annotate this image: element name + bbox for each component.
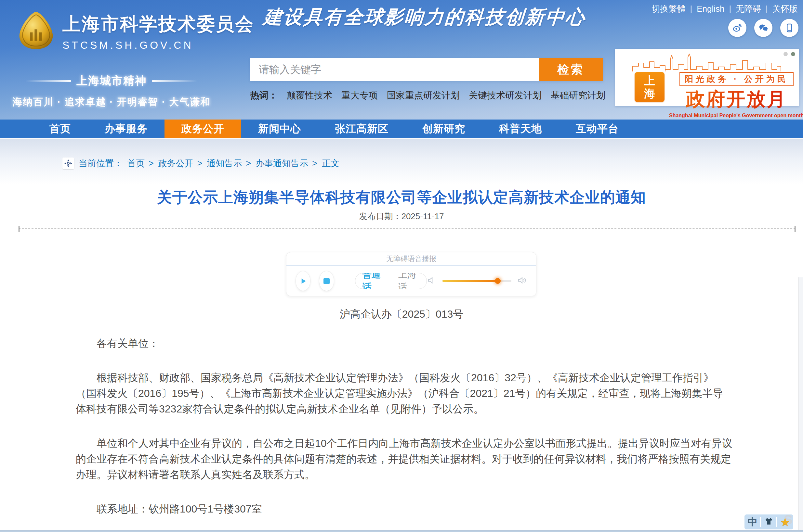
nav-item-science-popularization[interactable]: 科普天地 — [482, 119, 559, 138]
volume-control — [427, 276, 527, 286]
volume-slider[interactable] — [442, 280, 511, 282]
main-nav: 首页 办事服务 政务公开 新闻中心 张江高新区 创新研究 科普天地 互动平台 — [0, 119, 803, 138]
hot-words: 热词： 颠覆性技术 重大专项 国家重点研发计划 关键技术研发计划 基础研究计划 — [250, 89, 603, 102]
hot-word[interactable]: 重大专项 — [341, 89, 378, 102]
paragraph-basis: 根据科技部、财政部、国家税务总局《高新技术企业认定管理办法》（国科发火〔2016… — [76, 370, 733, 417]
nav-item-interactive[interactable]: 互动平台 — [559, 119, 636, 138]
breadcrumb-notices[interactable]: 通知告示 — [207, 157, 251, 169]
translate-button[interactable]: 中 — [745, 514, 761, 529]
volume-low-icon — [427, 276, 437, 286]
paragraph-objection: 单位和个人对其中企业有异议的，自公布之日起10个工作日内向上海市高新技术企业认定… — [76, 436, 733, 482]
lang-mandarin-button[interactable]: 普通话 — [355, 273, 391, 289]
site-name: 上海市科学技术委员会 — [62, 12, 254, 37]
audio-player: 无障碍语音播报 普通话 上海话 — [286, 252, 536, 296]
paragraph-greeting: 各有关单位： — [76, 336, 733, 351]
volume-slider-handle[interactable] — [495, 278, 501, 284]
article-body: 各有关单位： 根据科技部、财政部、国家税务总局《高新技术企业认定管理办法》（国科… — [76, 336, 733, 517]
dashed-divider — [19, 228, 796, 229]
publish-date: 发布日期：2025-11-17 — [0, 211, 803, 222]
nav-item-home[interactable]: 首页 — [33, 119, 88, 138]
breadcrumb-home[interactable]: 首页 — [127, 157, 154, 169]
breadcrumb-label: 当前位置： — [79, 157, 123, 169]
nav-item-services[interactable]: 办事服务 — [88, 119, 164, 138]
breadcrumb: 当前位置： 首页 政务公开 通知告示 办事通知告示 正文 — [62, 157, 340, 169]
skyline-icon — [632, 53, 782, 73]
search-input[interactable] — [250, 58, 539, 81]
mobile-phone-icon[interactable] — [780, 19, 799, 37]
nav-item-innovation[interactable]: 创新研究 — [405, 119, 482, 138]
site-header: 切换繁體 English 无障碍 关怀版 上海市科学技术 — [0, 0, 803, 119]
scrollbar[interactable] — [798, 278, 803, 532]
divider-tick — [795, 226, 796, 232]
site-logo[interactable]: 上海市科学技术委员会 STCSM.SH.GOV.CN — [17, 11, 254, 52]
paragraph-address: 联系地址：钦州路100号1号楼307室 — [76, 501, 733, 517]
footer-edge — [0, 530, 803, 532]
carousel-dot[interactable] — [784, 52, 788, 56]
divider-tick — [19, 226, 19, 232]
city-spirit-motto: 海纳百川 · 追求卓越 · 开明睿智 · 大气谦和 — [12, 95, 211, 109]
banner-tagline: 阳光政务 · 公开为民 — [679, 72, 793, 86]
link-care-version[interactable]: 关怀版 — [772, 3, 798, 15]
top-utility-links: 切换繁體 English 无障碍 关怀版 — [652, 3, 798, 15]
volume-high-icon — [517, 276, 527, 286]
nav-item-news[interactable]: 新闻中心 — [241, 119, 318, 138]
page: 切换繁體 English 无障碍 关怀版 上海市科学技术 — [0, 0, 803, 532]
header-slogan: 建设具有全球影响力的科技创新中心 — [262, 4, 638, 30]
document-number: 沪高企认办〔2025〕013号 — [0, 307, 803, 322]
search-area: 检索 热词： 颠覆性技术 重大专项 国家重点研发计划 关键技术研发计划 基础研究… — [250, 58, 603, 102]
site-domain: STCSM.SH.GOV.CN — [62, 39, 254, 51]
breadcrumb-current: 正文 — [322, 157, 340, 169]
extension-toolbar: 中 S ★ — [745, 514, 793, 529]
lang-shanghainese-button[interactable]: 上海话 — [391, 273, 426, 289]
carousel-dot[interactable] — [791, 52, 795, 56]
decorative-line — [152, 80, 197, 82]
banner-title: 政府开放月 — [686, 87, 787, 112]
shanghai-block-logo: 上 海 — [635, 72, 664, 102]
weibo-icon[interactable] — [728, 19, 746, 37]
article-title: 关于公示上海朔集半导体科技有限公司等企业拟认定高新技术企业的通知 — [0, 187, 803, 208]
wechat-icon[interactable] — [754, 19, 772, 37]
link-traditional-chinese[interactable]: 切换繁體 — [652, 3, 697, 15]
audio-player-title: 无障碍语音播报 — [287, 252, 536, 266]
hot-word[interactable]: 关键技术研发计划 — [469, 89, 542, 102]
link-accessibility[interactable]: 无障碍 — [736, 3, 772, 15]
hot-words-label: 热词： — [250, 89, 278, 102]
stop-icon — [324, 278, 330, 284]
decorative-line — [26, 80, 71, 82]
clothes-icon — [764, 516, 774, 528]
breadcrumb-gov-affairs[interactable]: 政务公开 — [158, 157, 203, 169]
hot-word[interactable]: 颠覆性技术 — [287, 89, 332, 102]
nav-item-zhangjiang[interactable]: 张江高新区 — [318, 119, 405, 138]
nav-item-gov-affairs[interactable]: 政务公开 — [164, 119, 241, 138]
breadcrumb-service-notices[interactable]: 办事通知告示 — [256, 157, 317, 169]
carousel-dots — [784, 52, 795, 56]
play-button[interactable] — [295, 271, 310, 291]
move-arrows-icon — [62, 157, 74, 169]
content-area: 当前位置： 首页 政务公开 通知告示 办事通知告示 正文 关于公示上海朔集半导体… — [0, 139, 803, 532]
social-icons — [728, 19, 799, 37]
hot-word[interactable]: 基础研究计划 — [551, 89, 605, 102]
gov-open-month-banner[interactable]: 上 海 阳光政务 · 公开为民 政府开放月 Shanghai Municipal… — [615, 49, 799, 106]
volume-fill — [442, 280, 498, 282]
star-icon: ★ — [780, 516, 790, 528]
city-spirit-label: 上海城市精神 — [76, 73, 147, 88]
banner-subtitle: Shanghai Municipal People's Government o… — [669, 113, 803, 118]
language-toggle: 普通话 上海话 — [355, 273, 427, 289]
stop-button[interactable] — [319, 271, 334, 291]
favorite-button[interactable]: S ★ — [777, 514, 793, 529]
link-english[interactable]: English — [697, 4, 736, 14]
city-spirit: 上海城市精神 海纳百川 · 追求卓越 · 开明睿智 · 大气谦和 — [12, 73, 211, 109]
clothes-button[interactable] — [761, 514, 777, 529]
hot-word[interactable]: 国家重点研发计划 — [387, 89, 460, 102]
search-button[interactable]: 检索 — [539, 58, 603, 81]
emblem-icon — [17, 11, 55, 52]
